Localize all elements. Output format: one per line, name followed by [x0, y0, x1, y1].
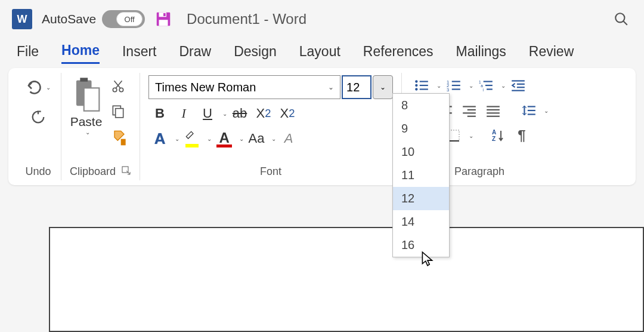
bold-button[interactable]: B: [148, 103, 171, 124]
text-effects-button[interactable]: A: [148, 128, 171, 149]
chevron-down-icon: ⌄: [436, 82, 441, 89]
ribbon-tabs: File Home Insert Draw Design Layout Refe…: [0, 38, 644, 68]
svg-rect-8: [83, 88, 99, 110]
document-page[interactable]: [49, 227, 644, 332]
justify-button[interactable]: [482, 100, 504, 121]
subscript-button[interactable]: X2: [252, 103, 275, 124]
paste-label: Paste: [70, 115, 103, 129]
tab-insert[interactable]: Insert: [122, 44, 157, 63]
svg-point-17: [415, 80, 417, 82]
font-size-option[interactable]: 9: [393, 117, 449, 140]
svg-text:i: i: [483, 88, 484, 92]
undo-button[interactable]: ⌄: [24, 75, 52, 99]
paste-button[interactable]: Paste ⌄: [70, 75, 103, 136]
highlight-button[interactable]: [181, 128, 203, 149]
svg-line-5: [623, 21, 627, 25]
ribbon: ⌄ Undo Paste ⌄: [8, 68, 636, 185]
svg-point-21: [415, 88, 417, 90]
tab-layout[interactable]: Layout: [299, 44, 340, 63]
tab-review[interactable]: Review: [529, 44, 574, 63]
toggle-switch[interactable]: Off: [102, 10, 145, 28]
chevron-down-icon: ⌄: [380, 83, 386, 91]
tab-draw[interactable]: Draw: [179, 44, 212, 63]
strikethrough-button[interactable]: ab: [228, 103, 251, 124]
font-size-option[interactable]: 11: [393, 164, 449, 187]
svg-text:3: 3: [447, 87, 449, 92]
paragraph-group-label: Paragraph: [454, 163, 504, 178]
svg-point-10: [119, 88, 123, 92]
chevron-down-icon: ⌄: [469, 133, 473, 139]
font-size-option[interactable]: 10: [393, 140, 449, 164]
font-size-value: 12: [346, 81, 360, 94]
chevron-down-icon: ⌄: [328, 83, 334, 91]
title-bar: W AutoSave Off Document1 - Word: [0, 0, 644, 38]
tab-mailings[interactable]: Mailings: [456, 44, 506, 63]
cut-button[interactable]: [107, 75, 129, 97]
font-size-option[interactable]: 14: [393, 210, 449, 233]
font-size-option[interactable]: 8: [393, 94, 449, 117]
copy-button[interactable]: [107, 100, 129, 122]
document-title: Document1 - Word: [187, 11, 306, 27]
highlight-icon: [183, 130, 201, 147]
italic-button[interactable]: I: [172, 103, 195, 124]
repeat-button[interactable]: [24, 105, 52, 129]
chevron-down-icon: ⌄: [239, 136, 244, 142]
chevron-down-icon: ⌄: [85, 129, 90, 136]
chevron-down-icon: ⌄: [271, 136, 276, 142]
toggle-knob: Off: [116, 12, 143, 26]
underline-button[interactable]: U: [196, 103, 219, 124]
chevron-down-icon: ⌄: [207, 136, 212, 142]
clipboard-group: Paste ⌄ Clipboard: [61, 73, 140, 180]
decrease-indent-button[interactable]: [507, 75, 530, 96]
chevron-down-icon: ⌄: [175, 136, 179, 142]
svg-rect-15: [120, 139, 125, 146]
superscript-button[interactable]: X2: [276, 103, 299, 124]
clipboard-launcher-icon[interactable]: [122, 166, 131, 176]
chevron-down-icon: ⌄: [501, 82, 506, 89]
tab-home[interactable]: Home: [61, 42, 100, 64]
multilevel-list-button[interactable]: 1ai: [475, 75, 497, 96]
format-painter-button[interactable]: [107, 125, 131, 149]
font-group: Times New Roman ⌄ 12 ⌄ B I U ⌄ ab X2 X2: [140, 73, 401, 180]
svg-rect-59: [448, 130, 459, 141]
show-paragraph-marks-button[interactable]: ¶: [510, 125, 533, 146]
tab-design[interactable]: Design: [234, 44, 277, 63]
svg-point-4: [615, 13, 624, 22]
svg-line-12: [114, 81, 120, 88]
align-right-button[interactable]: [458, 100, 481, 121]
tab-file[interactable]: File: [17, 44, 39, 63]
font-name-value: Times New Roman: [155, 81, 256, 94]
autosave-label: AutoSave: [42, 12, 96, 26]
bullets-button[interactable]: [410, 75, 433, 96]
svg-rect-2: [159, 20, 168, 26]
font-group-label: Font: [260, 163, 281, 178]
line-spacing-button[interactable]: [518, 100, 540, 121]
svg-point-19: [415, 84, 417, 87]
sort-button[interactable]: AZ: [487, 125, 509, 146]
numbering-button[interactable]: 123: [442, 75, 465, 96]
font-size-combobox[interactable]: 12: [342, 75, 371, 99]
search-button[interactable]: [611, 8, 632, 30]
clear-formatting-button[interactable]: A: [277, 128, 300, 149]
clipboard-group-label: Clipboard: [70, 163, 116, 178]
font-size-dropdown-list: 8 9 10 11 12 14 16: [392, 93, 450, 257]
svg-rect-3: [163, 13, 166, 16]
word-app-icon: W: [12, 9, 32, 29]
undo-group: ⌄ Undo: [16, 73, 61, 180]
svg-rect-14: [115, 109, 123, 118]
chevron-down-icon: ⌄: [469, 82, 473, 89]
font-color-button[interactable]: A: [213, 128, 236, 149]
change-case-button[interactable]: Aa: [245, 128, 268, 149]
undo-group-label: Undo: [25, 163, 51, 178]
tab-references[interactable]: References: [363, 44, 434, 63]
font-size-option-selected[interactable]: 12: [393, 187, 449, 210]
autosave-toggle[interactable]: AutoSave Off: [42, 10, 145, 28]
svg-rect-7: [80, 78, 88, 81]
chevron-down-icon: ⌄: [46, 84, 51, 91]
save-button[interactable]: [154, 10, 172, 28]
svg-text:Z: Z: [492, 136, 496, 142]
font-size-dropdown-button[interactable]: ⌄: [373, 75, 393, 99]
font-color-icon: A: [215, 130, 233, 147]
font-name-combobox[interactable]: Times New Roman ⌄: [148, 75, 340, 99]
svg-point-9: [113, 88, 117, 92]
